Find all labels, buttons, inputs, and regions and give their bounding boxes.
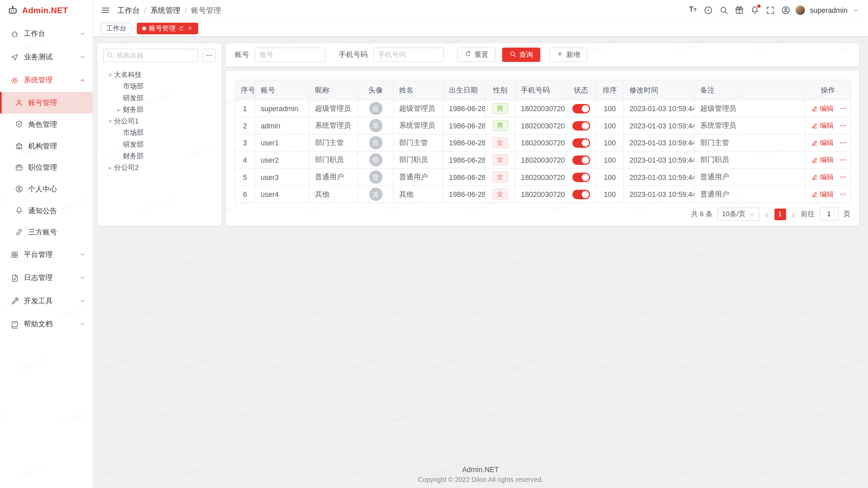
row-more-button[interactable]	[839, 156, 847, 164]
row-more-button[interactable]	[839, 190, 847, 198]
sidebar-item-label: 系统管理	[24, 75, 74, 85]
row-more-button[interactable]	[839, 122, 847, 129]
caret-down-icon[interactable]: ▾	[106, 118, 114, 125]
pagination: 共 6 条 10条/页 ‹ 1 › 前往 页	[691, 207, 850, 221]
tree-node-2[interactable]: 研发部	[103, 93, 216, 104]
gift-icon[interactable]	[735, 5, 744, 15]
explore-icon[interactable]	[704, 5, 713, 15]
edit-button[interactable]: 编辑	[811, 172, 834, 182]
tree-node-4[interactable]: ▾分公司1	[103, 116, 216, 127]
status-toggle[interactable]	[572, 121, 590, 130]
breadcrumb-item-system[interactable]: 系统管理	[151, 5, 180, 15]
user-avatar[interactable]	[795, 5, 805, 15]
cell-account: user3	[255, 168, 309, 186]
org-search-input[interactable]	[103, 49, 198, 62]
sidebar-item-5[interactable]: 开发工具	[0, 289, 93, 313]
menu-toggle-icon[interactable]	[101, 5, 110, 15]
tree-node-5[interactable]: 市场部	[103, 127, 216, 139]
breadcrumb-item-workbench[interactable]: 工作台	[117, 5, 140, 15]
tree-node-0[interactable]: ▾大名科技	[103, 69, 216, 81]
more-icon	[839, 190, 847, 198]
status-toggle[interactable]	[572, 138, 590, 147]
table-panel: 序号账号昵称头像姓名出生日期性别手机号码状态排序修改时间备注操作1superad…	[226, 71, 859, 226]
account-input[interactable]	[255, 47, 326, 62]
column-header-nickname[interactable]: 昵称	[309, 80, 358, 100]
column-header-account[interactable]: 账号	[255, 80, 309, 100]
tab-0[interactable]: 工作台	[101, 22, 132, 34]
profile-icon[interactable]	[781, 5, 791, 15]
column-header-avatar[interactable]: 头像	[358, 80, 393, 100]
sidebar-subitem-2-2[interactable]: 机构管理	[0, 135, 93, 157]
page-size-select[interactable]: 10条/页	[717, 207, 759, 221]
tree-node-8[interactable]: ▸分公司2	[103, 162, 216, 174]
sidebar-subitem-2-6[interactable]: 三方账号	[0, 221, 93, 243]
edit-icon	[811, 139, 818, 146]
row-more-button[interactable]	[839, 105, 847, 113]
tree-node-6[interactable]: 研发部	[103, 139, 216, 150]
edit-button[interactable]: 编辑	[811, 189, 834, 199]
row-avatar: 部	[369, 153, 382, 166]
sidebar-subitem-2-5[interactable]: 通知公告	[0, 200, 93, 221]
font-size-icon[interactable]: TT	[688, 5, 697, 15]
tab-close-button[interactable]	[187, 25, 193, 31]
column-header-status[interactable]: 状态	[566, 80, 596, 100]
tree-node-3[interactable]: ▸财务部	[103, 104, 216, 116]
column-header-index[interactable]: 序号	[235, 80, 255, 100]
column-header-modified[interactable]: 修改时间	[624, 80, 694, 100]
search-icon[interactable]	[719, 5, 729, 15]
sidebar-item-0[interactable]: 工作台	[0, 22, 93, 45]
cell-phone: 18020030720	[515, 151, 566, 169]
fullscreen-icon[interactable]	[766, 5, 775, 15]
sidebar-item-4[interactable]: 日志管理	[0, 266, 93, 289]
goto-page-input[interactable]	[820, 207, 839, 221]
sidebar-subitem-2-4[interactable]: 个人中心	[0, 178, 93, 200]
tree-more-button[interactable]	[203, 49, 216, 62]
column-header-order[interactable]: 排序	[596, 80, 624, 100]
tab-1[interactable]: 账号管理	[137, 22, 198, 34]
page-unit-label: 页	[843, 209, 850, 219]
edit-button[interactable]: 编辑	[811, 138, 834, 147]
tab-refresh-button[interactable]	[178, 25, 184, 31]
sidebar-subitem-2-0[interactable]: 账号管理	[0, 92, 93, 114]
username[interactable]: superadmin	[810, 6, 848, 14]
sidebar-subitem-2-1[interactable]: 角色管理	[0, 114, 93, 135]
sidebar-item-1[interactable]: 业务测试	[0, 45, 93, 69]
column-header-actions[interactable]: 操作	[805, 80, 851, 100]
edit-label: 编辑	[820, 172, 834, 182]
app-logo[interactable]: Admin.NET	[0, 0, 93, 20]
status-toggle[interactable]	[572, 155, 590, 165]
status-toggle[interactable]	[572, 172, 590, 182]
column-header-name[interactable]: 姓名	[393, 80, 443, 100]
sidebar-item-label: 日志管理	[24, 273, 74, 283]
add-button[interactable]: 新增	[549, 47, 588, 62]
sidebar-subitem-2-3[interactable]: 职位管理	[0, 157, 93, 178]
tree-node-7[interactable]: 财务部	[103, 150, 216, 162]
row-more-button[interactable]	[839, 139, 847, 147]
tree-node-1[interactable]: 市场部	[103, 81, 216, 92]
sidebar-item-6[interactable]: 帮助文档	[0, 312, 93, 336]
column-header-remark[interactable]: 备注	[694, 80, 805, 100]
caret-right-icon[interactable]: ▸	[106, 164, 114, 171]
edit-button[interactable]: 编辑	[811, 104, 834, 113]
reset-button[interactable]: 重置	[457, 47, 496, 62]
phone-input[interactable]	[373, 47, 444, 62]
caret-right-icon[interactable]: ▸	[115, 106, 123, 113]
chevron-down-icon[interactable]	[852, 7, 859, 14]
column-header-gender[interactable]: 性别	[485, 80, 515, 100]
column-header-birthday[interactable]: 出生日期	[443, 80, 485, 100]
row-more-button[interactable]	[839, 173, 847, 181]
sidebar-item-2[interactable]: 系统管理	[0, 68, 93, 92]
plus-icon	[556, 50, 564, 58]
sidebar-item-3[interactable]: 平台管理	[0, 243, 93, 266]
edit-button[interactable]: 编辑	[811, 121, 834, 130]
edit-button[interactable]: 编辑	[811, 155, 834, 165]
status-toggle[interactable]	[572, 104, 590, 113]
bell-icon[interactable]	[750, 5, 760, 15]
status-toggle[interactable]	[572, 189, 590, 199]
next-page-button[interactable]: ›	[791, 210, 796, 218]
page-1-button[interactable]: 1	[774, 208, 786, 220]
prev-page-button[interactable]: ‹	[764, 210, 769, 218]
caret-down-icon[interactable]: ▾	[106, 72, 114, 79]
search-button[interactable]: 查询	[502, 47, 540, 62]
column-header-phone[interactable]: 手机号码	[515, 80, 566, 100]
